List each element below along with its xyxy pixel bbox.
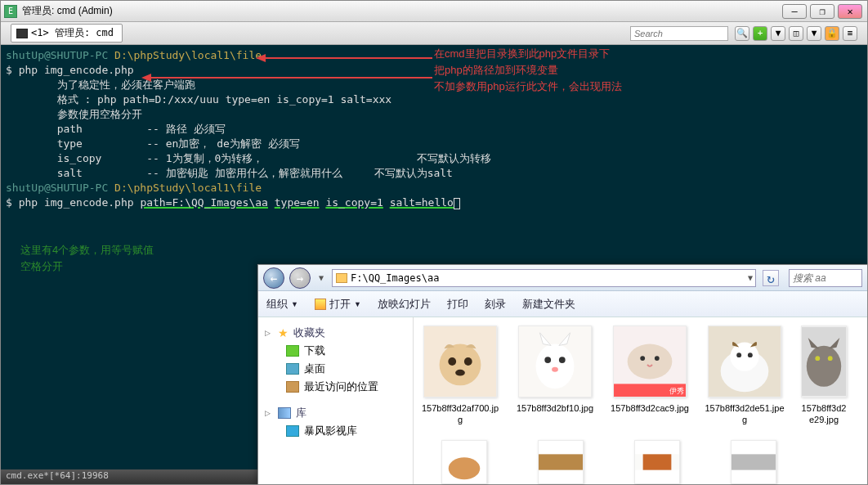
annotation-4: 这里有4个参数，用等号赋值 bbox=[20, 243, 154, 258]
file-name: 157b8ff3d2af700.jpg bbox=[420, 402, 500, 425]
nav-history-dropdown[interactable]: ▼ bbox=[315, 273, 327, 282]
svg-point-22 bbox=[730, 343, 758, 371]
svg-point-28 bbox=[828, 356, 833, 361]
open-label: 打开 bbox=[329, 297, 351, 312]
open-icon bbox=[315, 299, 326, 310]
downloads-label: 下载 bbox=[304, 344, 325, 358]
download-icon bbox=[286, 345, 299, 357]
prompt-path: D:\phpStudy\local1\file bbox=[114, 182, 262, 194]
prompt-symbol: $ bbox=[6, 64, 19, 76]
svg-point-13 bbox=[552, 367, 558, 372]
slideshow-button[interactable]: 放映幻灯片 bbox=[378, 297, 431, 312]
svg-point-8 bbox=[455, 370, 465, 376]
videolib-label: 暴风影视库 bbox=[304, 424, 357, 438]
prompt-path: D:\phpStudy\local1\file bbox=[114, 49, 262, 61]
annotation-3: 不加参数用php运行此文件，会出现用法 bbox=[434, 79, 622, 94]
output-line: is_copy -- 1为复制，0为转移， 不写默认为转移 bbox=[57, 152, 492, 164]
annotation-1: 在cmd里把目录换到此php文件目录下 bbox=[434, 47, 610, 61]
param-iscopy: is_copy=1 bbox=[325, 196, 383, 209]
annotation-5: 空格分开 bbox=[20, 259, 63, 274]
file-item[interactable]: 157b8ff3d2e29.jpg bbox=[799, 326, 848, 476]
organize-label: 组织 bbox=[266, 297, 288, 312]
search-icon[interactable]: 🔍 bbox=[735, 26, 749, 41]
burn-button[interactable]: 刻录 bbox=[485, 297, 506, 312]
sidebar-favorites[interactable]: ▷★收藏夹 bbox=[262, 324, 409, 342]
window-buttons: — ❐ ✕ bbox=[782, 4, 862, 19]
svg-point-11 bbox=[544, 357, 551, 363]
newfolder-button[interactable]: 新建文件夹 bbox=[522, 297, 575, 312]
output-line: type -- en加密， de为解密 必须写 bbox=[57, 137, 300, 150]
search-input[interactable] bbox=[630, 26, 728, 41]
command-2-prefix: php img_encode.php bbox=[19, 196, 141, 209]
param-path: path=F:\QQ_Images\aa bbox=[140, 196, 268, 209]
toolbar-icons: 🔍 + ▼ ◫ ▼ 🔒 ≡ bbox=[735, 26, 857, 41]
file-name: 157b8ff3d2cac9.jpg bbox=[611, 402, 689, 414]
library-label: 库 bbox=[296, 406, 306, 420]
thumbnail-partial[interactable] bbox=[731, 440, 776, 484]
output-line: path -- 路径 必须写 bbox=[57, 123, 226, 135]
address-bar[interactable]: F:\QQ_Images\aa bbox=[332, 269, 756, 287]
library-icon bbox=[278, 407, 291, 419]
thumbnail: 伊秀 bbox=[613, 326, 687, 397]
sidebar-desktop[interactable]: 桌面 bbox=[262, 360, 409, 378]
svg-rect-33 bbox=[643, 454, 672, 469]
sidebar-recent[interactable]: 最近访问的位置 bbox=[262, 378, 409, 396]
print-button[interactable]: 打印 bbox=[447, 297, 468, 312]
menu-icon[interactable]: ≡ bbox=[843, 26, 857, 41]
thumbnail-partial[interactable] bbox=[441, 440, 487, 484]
terminal-tab[interactable]: <1> 管理员: cmd bbox=[11, 24, 123, 43]
sidebar-videolib[interactable]: 暴风影视库 bbox=[262, 422, 409, 440]
recent-icon bbox=[286, 381, 299, 393]
explorer-toolbar: 组织 ▼ 打开 ▼ 放映幻灯片 打印 刻录 新建文件夹 bbox=[258, 291, 867, 317]
explorer-sidebar: ▷★收藏夹 下载 桌面 最近访问的位置 ▷库 暴风影视库 bbox=[258, 317, 414, 484]
annotation-2: 把php的路径加到环境变量 bbox=[434, 63, 558, 78]
tab-label: <1> 管理员: cmd bbox=[31, 26, 114, 40]
favorites-label: 收藏夹 bbox=[293, 326, 325, 340]
forward-button[interactable]: → bbox=[289, 267, 311, 289]
output-line: 为了稳定性，必须在客户端跑 bbox=[57, 79, 195, 91]
explorer-window: ← → ▼ F:\QQ_Images\aa ▼ ↻ 组织 ▼ 打开 ▼ 放映幻灯… bbox=[257, 264, 868, 485]
svg-point-26 bbox=[807, 346, 841, 387]
desktop-icon bbox=[286, 363, 299, 375]
svg-point-30 bbox=[449, 457, 481, 479]
titlebar: E 管理员: cmd (Admin) — ❐ ✕ bbox=[1, 1, 867, 22]
folder-icon bbox=[336, 273, 347, 283]
svg-point-17 bbox=[655, 356, 660, 361]
add-tab-button[interactable]: + bbox=[753, 26, 767, 41]
dropdown-icon[interactable]: ▼ bbox=[771, 26, 785, 41]
prompt-symbol: $ bbox=[6, 196, 19, 209]
video-icon bbox=[286, 425, 299, 437]
minimize-button[interactable]: — bbox=[782, 4, 807, 19]
output-line: 参数使用空格分开 bbox=[57, 108, 142, 120]
maximize-button[interactable]: ❐ bbox=[810, 4, 834, 19]
back-button[interactable]: ← bbox=[263, 267, 284, 289]
address-dropdown-icon[interactable]: ▼ bbox=[748, 273, 753, 282]
organize-button[interactable]: 组织 ▼ bbox=[266, 297, 298, 312]
sidebar-downloads[interactable]: 下载 bbox=[262, 342, 409, 360]
layout-icon[interactable]: ◫ bbox=[789, 26, 803, 41]
close-button[interactable]: ✕ bbox=[838, 4, 862, 19]
open-button[interactable]: 打开 ▼ bbox=[315, 297, 361, 312]
refresh-button[interactable]: ↻ bbox=[763, 270, 779, 286]
settings-icon[interactable]: ▼ bbox=[807, 26, 821, 41]
prompt-user: shutUp@SHUTUP-PC bbox=[6, 182, 114, 194]
svg-point-6 bbox=[448, 357, 456, 366]
explorer-search-input[interactable] bbox=[789, 269, 862, 287]
app-icon: E bbox=[4, 5, 17, 18]
svg-point-16 bbox=[640, 356, 645, 361]
svg-point-7 bbox=[464, 357, 472, 366]
partial-row bbox=[441, 440, 776, 484]
svg-point-12 bbox=[559, 357, 566, 363]
svg-rect-34 bbox=[732, 454, 776, 469]
thumbnail bbox=[708, 326, 781, 397]
recent-label: 最近访问的位置 bbox=[304, 379, 378, 394]
svg-point-15 bbox=[628, 344, 673, 379]
lock-icon[interactable]: 🔒 bbox=[825, 26, 839, 41]
sidebar-library[interactable]: ▷库 bbox=[262, 404, 409, 422]
thumbnail-partial[interactable] bbox=[634, 440, 680, 484]
thumbnail-partial[interactable] bbox=[538, 440, 584, 484]
thumbnail bbox=[518, 326, 592, 397]
prompt-user: shutUp@SHUTUP-PC bbox=[6, 49, 114, 61]
thumbnail bbox=[423, 326, 497, 397]
star-icon: ★ bbox=[278, 326, 289, 339]
